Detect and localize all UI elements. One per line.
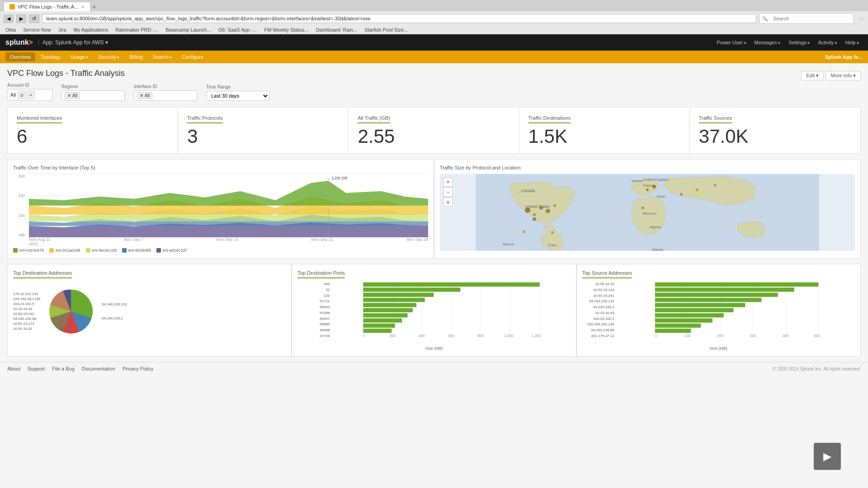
metric-title-0: Monitored Interfaces	[17, 115, 62, 123]
interface-id-input[interactable]: ✕ All	[134, 90, 197, 101]
svg-point-30	[714, 184, 717, 187]
nav-security[interactable]: Security	[94, 52, 124, 61]
nav-configure[interactable]: Configure	[177, 52, 208, 61]
bookmark-servicenow[interactable]: Service Now	[21, 27, 53, 33]
svg-rect-44	[363, 303, 417, 307]
nav-overview[interactable]: Overview	[5, 52, 35, 61]
account-id-input[interactable]: All ⊙ +	[7, 89, 52, 101]
map-reset-btn[interactable]: ⊙	[443, 197, 453, 206]
nav-search[interactable]: Search	[148, 52, 176, 61]
svg-rect-43	[363, 298, 425, 302]
svg-text:200: 200	[717, 334, 723, 338]
area-chart-svg: 128.08	[29, 174, 428, 237]
header-power-user[interactable]: Power User	[713, 38, 750, 47]
bookmark-dashboard[interactable]: Dashboard: Rain...	[314, 27, 359, 33]
pie-label-2: 103.23.102.5	[13, 302, 40, 306]
footer-bug[interactable]: File a Bug	[52, 366, 75, 371]
regions-tag[interactable]: ✕ All	[65, 92, 80, 99]
bookmark-jira[interactable]: Jira	[57, 27, 68, 33]
url-input[interactable]	[42, 14, 756, 23]
bookmark-myapps[interactable]: My Applications	[72, 27, 110, 33]
browser-chrome: VPC Flow Logs - Traffic A... ✕ + ◀ ▶ ↺ 🔍…	[0, 0, 868, 34]
nav-billing[interactable]: Billing	[125, 52, 147, 61]
edit-btn[interactable]: Edit ▾	[801, 71, 824, 80]
splunk-header: splunk> App: Splunk App for AWS ▾ Power …	[0, 34, 868, 51]
svg-text:United Kingdom: United Kingdom	[643, 178, 669, 182]
svg-rect-47	[363, 319, 402, 323]
legend-label-4: eni-991fe4fd	[128, 248, 151, 253]
map-zoom-out-btn[interactable]: −	[443, 188, 453, 197]
metric-value-2: 2.55	[358, 127, 509, 146]
more-info-btn[interactable]: More Info ▾	[826, 71, 861, 80]
interface-id-label: Interface ID	[134, 84, 197, 89]
header-help[interactable]: Help	[842, 38, 863, 47]
svg-point-29	[696, 188, 698, 191]
header-settings[interactable]: Settings	[785, 38, 813, 47]
source-addr-y-labels: 10.50.10.32 10.50.15.124 10.50.15.241 54…	[582, 282, 616, 338]
bookmark-fm[interactable]: FM Weekly Status...	[262, 27, 310, 33]
account-id-clear-icon[interactable]: +	[27, 91, 35, 99]
source-addr-x-axis-label: Size (MB)	[582, 346, 855, 351]
svg-point-31	[523, 230, 525, 233]
port-label-22: 22	[297, 288, 330, 292]
src-label-1: 10.50.15.124	[582, 288, 614, 292]
bookmark-okta[interactable]: Okta	[4, 27, 18, 33]
search-input[interactable]	[769, 14, 851, 23]
svg-text:1,000: 1,000	[505, 334, 514, 338]
regions-tag-close[interactable]: ✕	[67, 93, 71, 98]
nav-bar: Overview Topology Usage Security Billing…	[0, 51, 868, 63]
interface-id-tag[interactable]: ✕ All	[137, 92, 152, 99]
map-zoom-in-btn[interactable]: +	[443, 178, 453, 187]
footer-about[interactable]: About	[7, 366, 20, 371]
search-icon: 🔍	[762, 16, 768, 21]
metric-value-0: 6	[17, 127, 169, 146]
src-label-2: 10.50.15.241	[582, 294, 614, 298]
bookmark-rainmaker[interactable]: Rainmaker PRD -...	[113, 27, 160, 33]
svg-point-19	[539, 206, 543, 210]
top-dest-addresses-panel: Top Destination Addresses 176.10.221.242…	[7, 264, 292, 357]
nav-topology[interactable]: Topology	[36, 52, 65, 61]
forward-btn[interactable]: ▶	[16, 14, 26, 23]
src-label-5: 10.10.10.43	[582, 311, 614, 315]
header-activity[interactable]: Activity	[815, 38, 841, 47]
splunk-logo-dot: >	[29, 38, 33, 46]
reload-btn[interactable]: ↺	[29, 14, 39, 23]
time-range-select[interactable]: Last 24 hours Last 7 days Last 30 days L…	[206, 91, 269, 101]
legend-color-1	[13, 248, 18, 253]
svg-text:200: 200	[390, 334, 396, 338]
svg-text:Algeria: Algeria	[650, 225, 661, 229]
footer-support[interactable]: Support	[28, 366, 45, 371]
interface-id-tag-value: All	[145, 93, 150, 98]
nav-usage[interactable]: Usage	[66, 52, 93, 61]
svg-rect-70	[655, 319, 712, 323]
regions-input[interactable]: ✕ All	[61, 90, 125, 101]
chart-x-axis: Mon Aug 312015 Mon Sep 7 Mon Sep 14 Mon …	[29, 237, 428, 246]
footer-docs[interactable]: Documentation	[82, 366, 115, 371]
active-tab[interactable]: VPC Flow Logs - Traffic A... ✕	[4, 2, 90, 11]
svg-text:400: 400	[419, 334, 425, 338]
metric-traffic-protocols: Traffic Protocols 3	[178, 108, 349, 153]
footer-privacy[interactable]: Privacy Policy	[123, 366, 153, 371]
account-id-search-icon[interactable]: ⊙	[18, 91, 26, 99]
svg-point-20	[546, 209, 550, 213]
bookmark-saas[interactable]: G6: SaaS App -...	[217, 27, 259, 33]
back-btn[interactable]: ◀	[4, 14, 14, 23]
src-label-3: 54.240.226.132	[582, 299, 614, 303]
bookmarks-bar: Okta Service Now Jira My Applications Ra…	[0, 26, 868, 34]
new-tab-btn[interactable]: +	[92, 3, 96, 10]
top-dest-ports-title: Top Destination Ports	[297, 270, 345, 278]
map-title: Traffic Size by Protocol and Location	[440, 165, 855, 170]
metric-title-3: Traffic Destinations	[528, 115, 571, 123]
bookmark-basecamp[interactable]: Basecamp Launch...	[164, 27, 213, 33]
star-icon[interactable]: ☆	[859, 15, 864, 22]
app-name[interactable]: App: Splunk App for AWS ▾	[38, 39, 108, 46]
metric-traffic-sources: Traffic Sources 37.0K	[690, 108, 860, 153]
interface-id-tag-close[interactable]: ✕	[140, 93, 143, 98]
tab-close-btn[interactable]: ✕	[81, 5, 85, 9]
page-title: VPC Flow Logs - Traffic Analysis	[7, 69, 125, 78]
bookmark-starfish[interactable]: Starfish Pool Size...	[363, 27, 410, 33]
legend-color-2	[49, 248, 54, 253]
header-messages[interactable]: Messages	[751, 38, 784, 47]
pie-right-label-1: 54.240.226.2	[102, 316, 127, 320]
svg-rect-48	[363, 324, 395, 328]
